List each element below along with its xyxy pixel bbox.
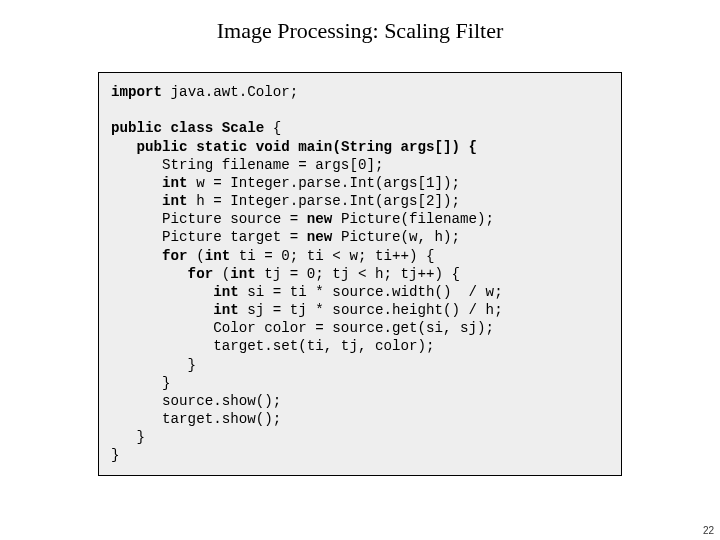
code-text: ( (213, 266, 230, 282)
code-line: Color color = source.get(si, sj); (111, 320, 494, 336)
code-line: } (111, 375, 171, 391)
code-line: } (111, 429, 145, 445)
kw-int: int (111, 284, 239, 300)
slide: Image Processing: Scaling Filter import … (0, 0, 720, 540)
code-text: Picture(w, h); (332, 229, 460, 245)
code-text: ( (188, 248, 205, 264)
kw-for: for (111, 248, 188, 264)
code-text: { (264, 120, 281, 136)
page-number: 22 (703, 525, 714, 536)
class-name: Scale (222, 120, 265, 136)
kw-int: int (111, 302, 239, 318)
kw-for: for (111, 266, 213, 282)
kw-public-static-void: public static void (111, 139, 298, 155)
kw-int: int (111, 193, 188, 209)
code-text: Picture target = (111, 229, 307, 245)
code-text: si = ti * source.width() / w; (239, 284, 503, 300)
kw-import: import (111, 84, 162, 100)
code-text: java.awt.Color; (162, 84, 298, 100)
kw-new: new (307, 229, 333, 245)
code-line: String filename = args[0]; (111, 157, 383, 173)
kw-public-class: public class (111, 120, 222, 136)
code-block: import java.awt.Color; public class Scal… (98, 72, 622, 476)
code-line: source.show(); (111, 393, 281, 409)
kw-int: int (111, 175, 188, 191)
code-text: (String args[]) { (332, 139, 477, 155)
code-text: tj = 0; tj < h; tj++) { (256, 266, 460, 282)
code-text: w = Integer.parse.Int(args[1]); (188, 175, 460, 191)
code-line: target.set(ti, tj, color); (111, 338, 435, 354)
kw-int: int (205, 248, 231, 264)
code-text: h = Integer.parse.Int(args[2]); (188, 193, 460, 209)
kw-int: int (230, 266, 256, 282)
method-main: main (298, 139, 332, 155)
code-text: ti = 0; ti < w; ti++) { (230, 248, 434, 264)
code-text: sj = tj * source.height() / h; (239, 302, 503, 318)
code-line: } (111, 447, 120, 463)
slide-title: Image Processing: Scaling Filter (0, 0, 720, 54)
code-line: target.show(); (111, 411, 281, 427)
code-text: Picture source = (111, 211, 307, 227)
code-line: } (111, 357, 196, 373)
kw-new: new (307, 211, 333, 227)
code-text: Picture(filename); (332, 211, 494, 227)
